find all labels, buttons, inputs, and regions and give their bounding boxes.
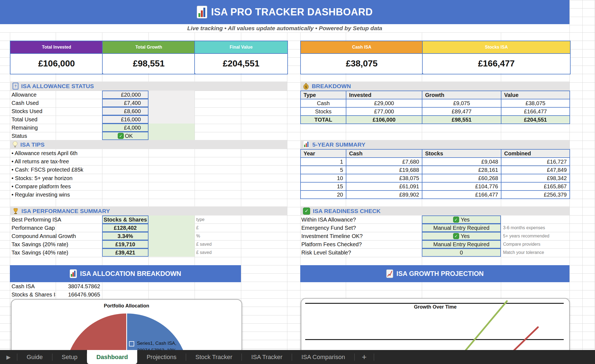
tab-guide[interactable]: Guide: [17, 350, 52, 364]
performance-value-row[interactable]: £19,710: [102, 240, 195, 248]
breakdown-table[interactable]: Type Invested Growth Value Cash £29,000 …: [300, 91, 570, 124]
cell-cash-used[interactable]: £7,400: [102, 99, 148, 107]
tab-scroll-right-icon[interactable]: ▶: [0, 350, 17, 364]
cell-tax-20[interactable]: £19,710: [102, 240, 148, 248]
section-title: 5-YEAR SUMMARY: [312, 141, 365, 148]
col-header: Year: [301, 149, 346, 158]
row-note: 3-6 months expenses: [503, 224, 569, 232]
tab-projections[interactable]: Projections: [137, 350, 186, 364]
page-title: ISA PRO TRACKER DASHBOARD: [211, 6, 373, 18]
tab-setup[interactable]: Setup: [52, 350, 87, 364]
line-chart-icon: [386, 269, 393, 278]
col-header: Value: [501, 91, 570, 99]
bar-chart-icon: [197, 6, 207, 18]
kpi-final-value[interactable]: Final Value £204,551: [194, 41, 288, 74]
legend-line1: Series1, Cash ISA,: [137, 341, 176, 346]
table-row[interactable]: 15£61,091 £104,776£165,867: [301, 182, 570, 191]
kpi-total-invested[interactable]: Total Invested £106,000: [10, 41, 103, 74]
row-note: %: [196, 232, 279, 240]
section-title: ISA TIPS: [20, 141, 44, 148]
section-readiness: ✓ ISA READINESS CHECK: [300, 206, 569, 215]
table-row[interactable]: 20£89,902 £166,477£256,379: [301, 191, 570, 199]
cell-remaining[interactable]: £4,000: [102, 124, 148, 132]
kpi-header: Total Growth: [103, 41, 195, 54]
tip-item: • Cash: FSCS protected £85k: [12, 166, 102, 174]
row-label: Compound Annual Growth: [12, 232, 102, 240]
kpi-stocks-isa[interactable]: Stocks ISA £166,477: [422, 41, 571, 74]
col-header: Invested: [346, 91, 422, 99]
kpi-value[interactable]: £106,000: [10, 54, 103, 73]
row-note: £ saved: [196, 240, 279, 248]
table-row[interactable]: Cash £29,000 £9,075 £38,075: [301, 99, 570, 107]
kpi-cash-isa[interactable]: Cash ISA £38,075: [300, 41, 423, 74]
row-label: Risk Level Suitable?: [301, 248, 417, 257]
kpi-value[interactable]: £204,551: [195, 54, 287, 73]
allowance-value-row[interactable]: £16,000: [102, 115, 195, 124]
table-row[interactable]: 10£38,075 £60,268£98,342: [301, 174, 570, 182]
kpi-value[interactable]: £166,477: [423, 54, 570, 73]
lightbulb-icon: [13, 141, 18, 148]
sheet-tab-bar: ▶ Guide Setup Dashboard Projections Stoc…: [0, 350, 595, 364]
cell-within-allowance[interactable]: ✓Yes: [422, 215, 501, 224]
row-label: Cash ISA: [12, 282, 55, 290]
cell-platform-fees[interactable]: Manual Entry Required: [422, 240, 501, 248]
cell-status[interactable]: ✓ OK: [102, 132, 148, 140]
performance-value-row[interactable]: Stocks & Shares: [102, 215, 195, 224]
tab-isa-tracker[interactable]: ISA Tracker: [242, 350, 292, 364]
row-label: Best Performing ISA: [12, 215, 94, 224]
cell-performance-gap[interactable]: £128,402: [102, 224, 148, 232]
cell-stocks-alloc[interactable]: 166476.9065: [56, 290, 100, 299]
row-label: Stocks & Shares IS: [12, 290, 56, 299]
allowance-value-row[interactable]: £4,000: [102, 124, 195, 132]
section-performance: ISA PERFORMANCE SUMMARY: [10, 206, 287, 215]
performance-value-row[interactable]: 3.34%: [102, 232, 195, 240]
table-row[interactable]: 5£19,688 £28,161£47,849: [301, 166, 570, 174]
section-five-year: 5-YEAR SUMMARY: [300, 140, 569, 149]
kpi-value[interactable]: £38,075: [301, 54, 423, 73]
growth-banner: ISA GROWTH PROJECTION: [300, 265, 569, 282]
allowance-value-row[interactable]: £8,600: [102, 107, 195, 115]
kpi-header: Stocks ISA: [423, 41, 570, 54]
tip-item: • Compare platform fees: [12, 182, 102, 191]
tab-stock-tracker[interactable]: Stock Tracker: [186, 350, 242, 364]
allowance-value-row[interactable]: ✓ OK: [102, 132, 195, 140]
cell-allowance[interactable]: £20,000: [102, 91, 148, 99]
kpi-total-growth[interactable]: Total Growth £98,551: [102, 41, 195, 74]
cell-cash-alloc[interactable]: 38074.57862: [56, 282, 100, 290]
five-year-table[interactable]: Year Cash Stocks Combined 1£7,680 £9,048…: [300, 149, 570, 199]
allowance-value-row[interactable]: £20,000: [102, 91, 195, 99]
bar-chart-icon: [70, 269, 77, 278]
subtitle: Live tracking • All values update automa…: [0, 24, 569, 32]
col-header: Cash: [346, 149, 422, 158]
tab-dashboard[interactable]: Dashboard: [87, 350, 137, 364]
cell-cagr[interactable]: 3.34%: [102, 232, 148, 240]
cell-total-used[interactable]: £16,000: [102, 115, 148, 124]
performance-value-row[interactable]: £128,402: [102, 224, 195, 232]
row-label: Performance Gap: [12, 224, 94, 232]
gridline: [594, 0, 595, 350]
cell-timeline[interactable]: ✓Yes: [422, 232, 501, 240]
performance-value-row[interactable]: £39,421: [102, 248, 195, 257]
tip-item: • All returns are tax-free: [12, 157, 102, 166]
table-row-total[interactable]: TOTAL £106,000 £98,551 £204,551: [301, 116, 570, 124]
kpi-header: Final Value: [195, 41, 287, 54]
legend-marker: [129, 341, 134, 346]
row-label: Total Used: [12, 115, 55, 124]
col-header: Growth: [422, 91, 501, 99]
add-sheet-button[interactable]: +: [355, 350, 374, 364]
cell-stocks-used[interactable]: £8,600: [102, 107, 148, 115]
row-note: Match your tolerance: [503, 248, 569, 257]
cell-tax-40[interactable]: £39,421: [102, 248, 148, 257]
money-bag-icon: $: [303, 83, 309, 90]
tab-isa-comparison[interactable]: ISA Comparison: [292, 350, 354, 364]
table-row[interactable]: 1£7,680 £9,048£16,727: [301, 158, 570, 166]
cell-emergency-fund[interactable]: Manual Entry Required: [422, 224, 501, 232]
table-row[interactable]: Stocks £77,000 £89,477 £166,477: [301, 107, 570, 116]
cell-risk-level[interactable]: 0: [422, 248, 501, 257]
gridline: [287, 32, 287, 350]
allowance-value-row[interactable]: £7,400: [102, 99, 195, 107]
section-allowance-status: ? ISA ALLOWANCE STATUS: [10, 82, 287, 91]
kpi-value[interactable]: £98,551: [103, 54, 195, 73]
row-label: Remaining: [12, 124, 55, 132]
cell-best-isa[interactable]: Stocks & Shares: [102, 215, 148, 224]
